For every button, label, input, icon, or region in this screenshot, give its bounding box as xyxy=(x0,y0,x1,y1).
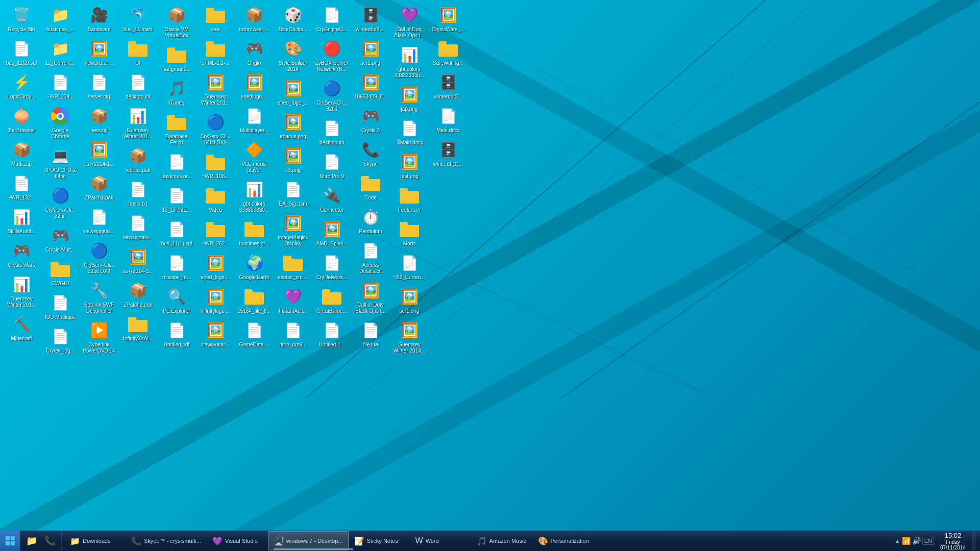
desktop-icon-bustimes-or2[interactable]: bustimes.or... xyxy=(236,217,273,249)
desktop-icon-zybox[interactable]: 🔴 ZyBOX Server Network (B... xyxy=(313,37,350,74)
desktop-icon-zpatch1[interactable]: 📦 ZPatch1.pak xyxy=(81,171,117,203)
desktop-icon-newavatar1[interactable]: 🖼️ newavatar.... xyxy=(81,37,117,68)
desktop-icon-cod-blops1[interactable]: 🖼️ Call of Duty Black Ops I... xyxy=(352,279,389,316)
desktop-icon-database-fetch[interactable]: Database Fetch xyxy=(158,110,195,148)
desktop-icon-cryserv-dx9-64[interactable]: 🔵 CryServ-Cli... 64bit DX9 xyxy=(197,110,234,148)
desktop-icon-itunes[interactable]: 🎵 iTunes xyxy=(158,77,195,108)
tray-network[interactable]: 📶 xyxy=(902,537,911,545)
desktop-icon-sfml21[interactable]: SFML-2.1-... xyxy=(197,37,234,68)
desktop-icon-guernsey-winter4[interactable]: 🖼️ Guernsey Winter 2014... xyxy=(391,318,428,356)
desktop-icon-server-cfg[interactable]: 📄 server.cfg xyxy=(81,70,117,102)
desktop-icon-wrl234[interactable]: 📄 ~WRL234... xyxy=(42,70,79,102)
desktop-icon-video[interactable]: Video xyxy=(197,184,234,215)
desktop-icon-crysis-wars[interactable]: 🎮 Crysis Wars xyxy=(3,239,40,270)
desktop-icon-recycle-bin[interactable]: 🗑️ Recycle Bin xyxy=(3,3,40,35)
desktop-icon-untitled-1[interactable]: 📄 Untitled-1... xyxy=(313,318,350,350)
desktop-icon-google-earth[interactable]: 🌍 Google Earth xyxy=(236,251,273,283)
desktop-icon-winterdb4[interactable]: 🗄️ winterdb(4.... xyxy=(352,3,389,35)
desktop-icon-connector[interactable]: 🔌 Connector xyxy=(313,184,350,215)
desktop-icon-torbrowser[interactable]: 📦 torbrowser-... xyxy=(236,3,273,35)
desktop-icon-pendulum[interactable]: ⏱️ Pendulum xyxy=(352,205,389,237)
desktop-icon-scr2-png[interactable]: 🖼️ scr2.png xyxy=(352,37,389,68)
desktop-icon-winterdb3[interactable]: 🗄️ winterdb(3... xyxy=(430,70,467,102)
taskbar-item-run-skype[interactable]: 📞 Skype™ - crysismulti... xyxy=(126,531,207,550)
desktop-icon-gbt-colors2[interactable]: 📊 gbt colors 33333333p... xyxy=(391,43,428,81)
taskbar-item-run-sticky[interactable]: 📝 Sticky Notes xyxy=(349,531,410,550)
desktop-icon-mods-zip[interactable]: 📦 Mods.zip xyxy=(3,138,40,169)
desktop-icon-iou-mockups[interactable]: 📄 IOU Mockups xyxy=(42,291,79,322)
desktop-icon-ss2014-2[interactable]: 🖼️ ss+(2014-1... xyxy=(119,245,156,277)
desktop-icon-scr1-png[interactable]: 🖼️ scr1.png xyxy=(391,285,428,316)
desktop-icon-bustimes-or[interactable]: 📄 bustimes.or... xyxy=(158,150,195,182)
tray-keyboard[interactable]: EN xyxy=(922,537,934,545)
desktop-icon-cod-blops2[interactable]: 💜 Call of Duty Black Ops l... xyxy=(391,3,428,41)
desktop-icon-tor-browser[interactable]: 🧅 Tor Browser xyxy=(3,104,40,136)
desktop-icon-hosts-txt[interactable]: 📄 hosts.txt xyxy=(119,178,156,209)
start-button[interactable] xyxy=(0,531,20,551)
desktop-icon-desktop-ini2[interactable]: 📄 desktop.ini xyxy=(313,116,350,148)
desktop-icon-nitro-pro9[interactable]: 📄 nitro_pro9... xyxy=(275,318,311,350)
desktop-icon-origin[interactable]: 🎮 Origin xyxy=(236,37,273,68)
desktop-icon-wrl132[interactable]: 📄 ~WRL132... xyxy=(3,171,40,203)
desktop-icon-dicecricket[interactable]: 🎲 DiceCricke... xyxy=(275,3,311,35)
desktop-icon-untitled-pdf[interactable]: 📄 Untitled.pdf xyxy=(158,318,195,350)
desktop-icon-cpuid[interactable]: 💻 cPUID CPU-Z 64bit xyxy=(42,144,79,182)
desktop-icon-infinityxs[interactable]: InfinityXsAi... xyxy=(119,312,156,344)
desktop-icon-skype[interactable]: 📞 Skype xyxy=(352,138,389,169)
desktop-icon-cryengine3[interactable]: 📄 CryEngine3... xyxy=(313,3,350,35)
desktop-icon-wrl262[interactable]: ~WRL262... xyxy=(197,217,234,249)
desktop-icon-pe-explorer[interactable]: 🔍 PE Explorer xyxy=(158,285,195,316)
desktop-icon-cyberlink[interactable]: ▶️ Cyberlink PowerDVD 14 xyxy=(81,318,117,356)
desktop-icon-aned-logo2[interactable]: 🖼️ aned_logo_... xyxy=(275,77,311,108)
taskbar-pin-downloads[interactable]: 📁 xyxy=(22,532,41,550)
desktop-icon-abacus-png[interactable]: 🖼️ abacus.png xyxy=(275,110,311,142)
tray-arrow[interactable]: ▲ xyxy=(895,538,900,544)
desktop-icon-oracle-vm[interactable]: 📦 Oracle VM VirtualBox xyxy=(158,3,195,41)
desktop-icon-amd-splash[interactable]: 🖼️ AMD_Splas... xyxy=(313,217,350,249)
desktop-icon-10653409[interactable]: 🖼️ 10653409_8... xyxy=(352,70,389,102)
desktop-icon-crytek-log[interactable]: 📄 Crytek_log... xyxy=(42,324,79,356)
desktop-icon-bus11-1-sql[interactable]: 📄 bus_11(1).sql xyxy=(158,217,195,249)
desktop-icon-style-builder[interactable]: 🎨 Style Builder 2014 xyxy=(275,37,311,74)
desktop-icon-cwgui[interactable]: CWGUI xyxy=(42,257,79,289)
desktop-icon-guernsey-winter2[interactable]: 📊 Guernsey Winter 201... xyxy=(119,104,156,142)
taskbar-item-run-downloads[interactable]: 📁 Downloads xyxy=(64,531,126,550)
desktop-icon-s2-current[interactable]: 📄 ~$2_Curren... xyxy=(391,251,428,283)
desktop-icon-hangman2[interactable]: hangman2... xyxy=(158,43,195,74)
desktop-icon-smain-docx[interactable]: 📄 -$Main.docx xyxy=(391,116,428,148)
desktop-icon-new-folder[interactable]: new xyxy=(197,3,234,35)
desktop-icon-newsigna1[interactable]: 📄 newsignatu... xyxy=(81,205,117,237)
desktop-icon-google-chrome[interactable]: Google Chrome xyxy=(42,104,79,142)
taskbar-item-run-amazon[interactable]: 🎵 Amazon Music xyxy=(471,531,532,550)
desktop-icon-greatbarne[interactable]: GreatBarne... xyxy=(313,285,350,316)
desktop-icon-bandicam[interactable]: 🎥 Bandicam xyxy=(81,3,117,35)
desktop-icon-new-zip[interactable]: 📦 new.zip xyxy=(81,104,117,136)
desktop-icon-vlc[interactable]: 🔶 VLC media player xyxy=(236,138,273,176)
desktop-icon-freelancer[interactable]: freelancer xyxy=(391,184,428,215)
desktop-icon-bus11-mwb[interactable]: 🐬 bus_11.mwb xyxy=(119,3,156,35)
desktop-icon-access-det[interactable]: 📄 Access Details.txt xyxy=(352,239,389,277)
taskbar-item-run-word[interactable]: W Word xyxy=(410,531,471,550)
desktop-icon-main-docx[interactable]: 📄 Main.docx xyxy=(430,104,467,136)
desktop-icon-12current[interactable]: 📁 12_Current... xyxy=(42,37,79,68)
desktop-icon-ss2014-1[interactable]: 🖼️ ss+(2014-1... xyxy=(81,138,117,169)
desktop-icon-videos-pak[interactable]: 📦 Videos.pak xyxy=(119,144,156,176)
desktop-icon-gbt-colors1[interactable]: 📊 gbt colors 333333330... xyxy=(236,178,273,215)
desktop-icon-anedlogo2[interactable]: 🖼️ anedlogo.... xyxy=(236,70,273,102)
tray-volume[interactable]: 🔊 xyxy=(912,537,921,545)
desktop-icon-logiccircuit[interactable]: ⚡ LogicCircu... xyxy=(3,70,40,102)
desktop-icon-c3-png[interactable]: 🖼️ c3.png xyxy=(275,144,311,176)
desktop-icon-bus11-sql[interactable]: 📄 bus_11(2).sql xyxy=(3,37,40,68)
taskbar-item-run-personal[interactable]: 🎨 Personalization xyxy=(532,531,595,550)
desktop-icon-nitro-pro9-2[interactable]: 📄 Nitro Pro 9 xyxy=(313,150,350,182)
taskbar-pin-skype[interactable]: 📞 xyxy=(41,532,59,550)
desktop-icon-imagemagick[interactable]: 🖼️ ImageMagick Display xyxy=(275,211,311,249)
desktop-icon-aned-logo1[interactable]: 🖼️ aned_logo.... xyxy=(197,251,234,283)
desktop-icon-multiplayer[interactable]: 📄 Multiplayer... xyxy=(236,104,273,136)
desktop-icon-guernsey-winter3[interactable]: 🖼️ Guernsey Winter 201... xyxy=(197,70,234,108)
desktop-icon-crysis-multi[interactable]: 🎮 Crysis-Mult... xyxy=(42,223,79,255)
desktop-icon-code[interactable]: Code xyxy=(352,171,389,203)
desktop-icon-minecraft[interactable]: ⛏️ Minecraft xyxy=(3,312,40,344)
desktop-icon-ea-sig-usm[interactable]: 📄 EA_Sig.usm xyxy=(275,178,311,209)
desktop-icon-zpatch2[interactable]: 📦 ZPatch2.pak xyxy=(119,279,156,310)
